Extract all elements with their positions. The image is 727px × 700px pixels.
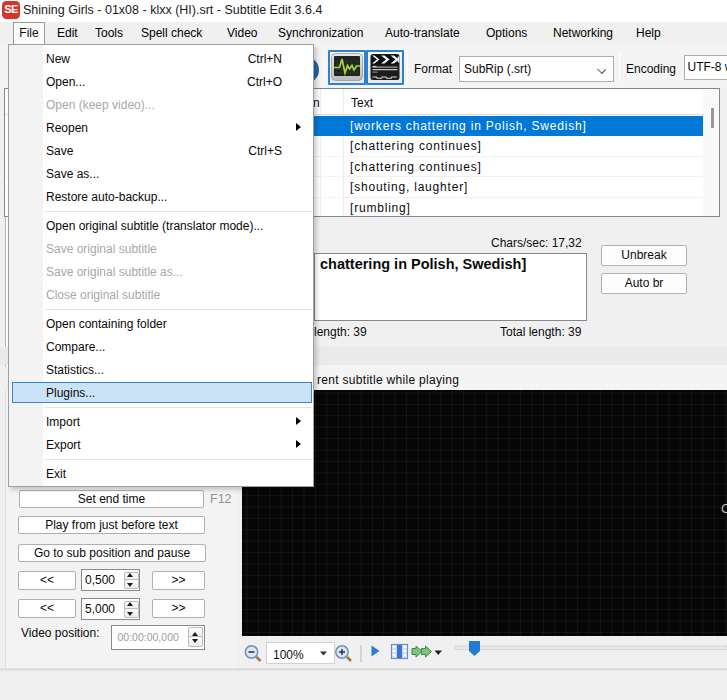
svg-text:C: C [721, 501, 727, 516]
svg-text:100%: 100% [273, 648, 304, 662]
